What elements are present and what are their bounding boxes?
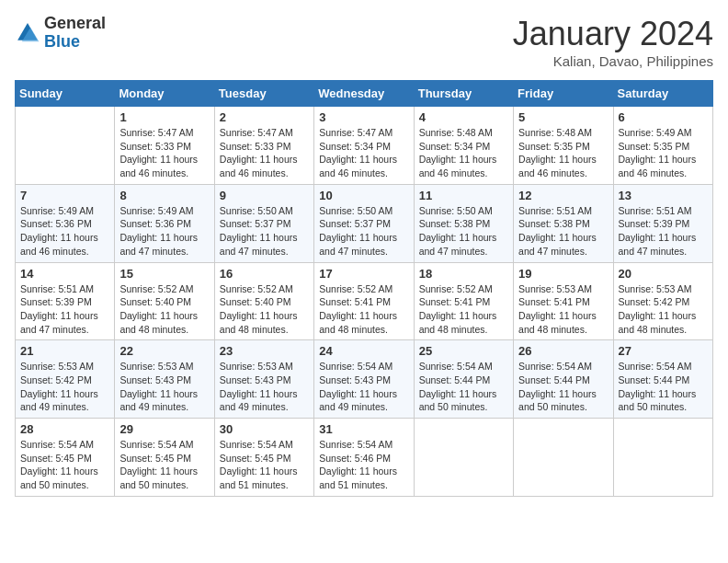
weekday-header: Sunday [16, 81, 115, 107]
calendar-header: SundayMondayTuesdayWednesdayThursdayFrid… [16, 81, 713, 107]
logo-text: General Blue [44, 15, 106, 52]
day-number: 2 [220, 110, 309, 124]
calendar-cell: 5Sunrise: 5:48 AM Sunset: 5:35 PM Daylig… [514, 107, 613, 185]
day-number: 5 [518, 110, 608, 124]
day-info: Sunrise: 5:54 AM Sunset: 5:45 PM Dayligh… [20, 438, 109, 492]
day-info: Sunrise: 5:52 AM Sunset: 5:41 PM Dayligh… [319, 282, 408, 337]
day-info: Sunrise: 5:52 AM Sunset: 5:40 PM Dayligh… [119, 282, 209, 337]
day-info: Sunrise: 5:53 AM Sunset: 5:43 PM Dayligh… [119, 360, 209, 414]
day-number: 15 [119, 267, 209, 281]
day-number: 9 [220, 189, 309, 202]
day-number: 1 [119, 110, 209, 124]
day-info: Sunrise: 5:49 AM Sunset: 5:36 PM Dayligh… [119, 204, 209, 259]
day-number: 29 [119, 422, 209, 436]
calendar-cell: 6Sunrise: 5:49 AM Sunset: 5:35 PM Daylig… [613, 107, 712, 185]
calendar-cell: 30Sunrise: 5:54 AM Sunset: 5:45 PM Dayli… [214, 419, 313, 497]
weekday-header: Friday [514, 81, 613, 107]
day-info: Sunrise: 5:51 AM Sunset: 5:39 PM Dayligh… [619, 204, 708, 259]
day-info: Sunrise: 5:49 AM Sunset: 5:35 PM Dayligh… [619, 126, 708, 180]
calendar-cell: 3Sunrise: 5:47 AM Sunset: 5:34 PM Daylig… [314, 107, 414, 185]
weekday-header: Thursday [414, 81, 513, 107]
day-info: Sunrise: 5:50 AM Sunset: 5:38 PM Dayligh… [419, 204, 508, 259]
calendar-cell: 21Sunrise: 5:53 AM Sunset: 5:42 PM Dayli… [16, 340, 115, 419]
day-number: 31 [319, 422, 408, 436]
calendar-cell: 4Sunrise: 5:48 AM Sunset: 5:34 PM Daylig… [414, 107, 513, 185]
weekday-header: Wednesday [314, 81, 414, 107]
day-info: Sunrise: 5:53 AM Sunset: 5:43 PM Dayligh… [220, 360, 309, 414]
day-number: 13 [619, 189, 708, 202]
day-number: 14 [20, 267, 109, 281]
day-number: 20 [619, 267, 708, 281]
calendar-cell: 7Sunrise: 5:49 AM Sunset: 5:36 PM Daylig… [16, 184, 115, 262]
calendar-cell [16, 107, 115, 185]
day-info: Sunrise: 5:48 AM Sunset: 5:35 PM Dayligh… [518, 126, 608, 180]
day-number: 24 [319, 344, 408, 358]
day-info: Sunrise: 5:47 AM Sunset: 5:34 PM Dayligh… [319, 126, 408, 180]
calendar-cell: 15Sunrise: 5:52 AM Sunset: 5:40 PM Dayli… [115, 262, 214, 340]
calendar-cell: 16Sunrise: 5:52 AM Sunset: 5:40 PM Dayli… [214, 262, 313, 340]
calendar-body: 1Sunrise: 5:47 AM Sunset: 5:33 PM Daylig… [16, 107, 713, 497]
calendar-cell [414, 419, 513, 497]
calendar-cell: 14Sunrise: 5:51 AM Sunset: 5:39 PM Dayli… [16, 262, 115, 340]
calendar-cell: 29Sunrise: 5:54 AM Sunset: 5:45 PM Dayli… [115, 419, 214, 497]
day-info: Sunrise: 5:51 AM Sunset: 5:39 PM Dayligh… [20, 282, 109, 337]
day-number: 27 [619, 344, 708, 358]
calendar-subtitle: Kalian, Davao, Philippines [513, 53, 713, 69]
logo: General Blue [15, 15, 106, 52]
day-number: 8 [119, 189, 209, 202]
day-number: 4 [419, 110, 508, 124]
calendar-cell: 25Sunrise: 5:54 AM Sunset: 5:44 PM Dayli… [414, 340, 513, 419]
day-number: 7 [20, 189, 109, 202]
day-number: 6 [619, 110, 708, 124]
day-info: Sunrise: 5:50 AM Sunset: 5:37 PM Dayligh… [220, 204, 309, 259]
day-number: 18 [419, 267, 508, 281]
calendar-week-row: 14Sunrise: 5:51 AM Sunset: 5:39 PM Dayli… [16, 262, 713, 340]
calendar-cell [514, 419, 613, 497]
day-info: Sunrise: 5:53 AM Sunset: 5:42 PM Dayligh… [20, 360, 109, 414]
calendar-cell: 18Sunrise: 5:52 AM Sunset: 5:41 PM Dayli… [414, 262, 513, 340]
weekday-header: Monday [115, 81, 214, 107]
day-number: 19 [518, 267, 608, 281]
weekday-header: Saturday [613, 81, 712, 107]
day-number: 30 [220, 422, 309, 436]
calendar-title: January 2024 [513, 15, 713, 53]
day-info: Sunrise: 5:53 AM Sunset: 5:41 PM Dayligh… [518, 282, 608, 337]
page-header: General Blue January 2024 Kalian, Davao,… [15, 15, 713, 69]
day-info: Sunrise: 5:54 AM Sunset: 5:44 PM Dayligh… [518, 360, 608, 414]
calendar-cell: 9Sunrise: 5:50 AM Sunset: 5:37 PM Daylig… [214, 184, 313, 262]
day-info: Sunrise: 5:48 AM Sunset: 5:34 PM Dayligh… [419, 126, 508, 180]
calendar-table: SundayMondayTuesdayWednesdayThursdayFrid… [15, 80, 713, 497]
calendar-week-row: 28Sunrise: 5:54 AM Sunset: 5:45 PM Dayli… [16, 419, 713, 497]
calendar-cell: 8Sunrise: 5:49 AM Sunset: 5:36 PM Daylig… [115, 184, 214, 262]
title-section: January 2024 Kalian, Davao, Philippines [513, 15, 713, 69]
calendar-cell: 20Sunrise: 5:53 AM Sunset: 5:42 PM Dayli… [613, 262, 712, 340]
day-number: 12 [518, 189, 608, 202]
day-info: Sunrise: 5:50 AM Sunset: 5:37 PM Dayligh… [319, 204, 408, 259]
day-number: 26 [518, 344, 608, 358]
day-info: Sunrise: 5:54 AM Sunset: 5:45 PM Dayligh… [220, 438, 309, 492]
day-number: 21 [20, 344, 109, 358]
day-number: 3 [319, 110, 408, 124]
day-info: Sunrise: 5:49 AM Sunset: 5:36 PM Dayligh… [20, 204, 109, 259]
calendar-cell: 19Sunrise: 5:53 AM Sunset: 5:41 PM Dayli… [514, 262, 613, 340]
calendar-cell: 28Sunrise: 5:54 AM Sunset: 5:45 PM Dayli… [16, 419, 115, 497]
calendar-cell: 17Sunrise: 5:52 AM Sunset: 5:41 PM Dayli… [314, 262, 414, 340]
day-info: Sunrise: 5:54 AM Sunset: 5:44 PM Dayligh… [619, 360, 708, 414]
calendar-cell: 13Sunrise: 5:51 AM Sunset: 5:39 PM Dayli… [613, 184, 712, 262]
calendar-cell: 27Sunrise: 5:54 AM Sunset: 5:44 PM Dayli… [613, 340, 712, 419]
calendar-cell: 12Sunrise: 5:51 AM Sunset: 5:38 PM Dayli… [514, 184, 613, 262]
day-info: Sunrise: 5:47 AM Sunset: 5:33 PM Dayligh… [119, 126, 209, 180]
day-info: Sunrise: 5:54 AM Sunset: 5:46 PM Dayligh… [319, 438, 408, 492]
day-number: 22 [119, 344, 209, 358]
day-number: 23 [220, 344, 309, 358]
day-number: 10 [319, 189, 408, 202]
calendar-cell: 22Sunrise: 5:53 AM Sunset: 5:43 PM Dayli… [115, 340, 214, 419]
calendar-week-row: 7Sunrise: 5:49 AM Sunset: 5:36 PM Daylig… [16, 184, 713, 262]
calendar-cell: 24Sunrise: 5:54 AM Sunset: 5:43 PM Dayli… [314, 340, 414, 419]
calendar-cell: 31Sunrise: 5:54 AM Sunset: 5:46 PM Dayli… [314, 419, 414, 497]
weekday-header: Tuesday [214, 81, 313, 107]
day-number: 25 [419, 344, 508, 358]
logo-icon [15, 20, 40, 46]
calendar-cell: 2Sunrise: 5:47 AM Sunset: 5:33 PM Daylig… [214, 107, 313, 185]
calendar-week-row: 21Sunrise: 5:53 AM Sunset: 5:42 PM Dayli… [16, 340, 713, 419]
